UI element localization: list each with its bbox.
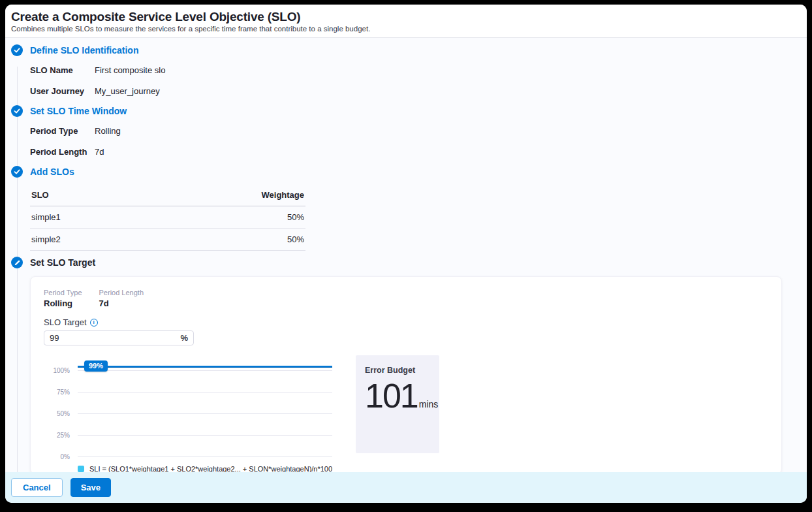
pencil-icon [11, 257, 23, 268]
y-axis-tick: 50% [44, 410, 70, 417]
error-budget-value-row: 101 mins [365, 379, 430, 413]
target-chart-zone: 100% 75% 50% 25% 0% [44, 360, 768, 458]
table-header-weightage: Weightage [144, 185, 305, 206]
table-cell-weightage: 50% [144, 206, 305, 229]
y-axis-tick: 75% [44, 389, 70, 396]
cancel-button[interactable]: Cancel [11, 478, 63, 497]
period-type-label: Period Type [44, 289, 82, 296]
error-budget-label: Error Budget [365, 366, 430, 375]
table-row: simple1 50% [30, 206, 305, 229]
sli-legend: SLI = (SLO1*weightage1 + SLO2*weightage2… [78, 465, 768, 472]
gridline-row: 0% [44, 453, 332, 460]
step-title: Define SLO Identification [30, 45, 138, 56]
slo-target-label: SLO Target [44, 317, 87, 327]
page-title: Create a Composite Service Level Objecti… [11, 10, 799, 24]
gridline [78, 456, 332, 457]
percent-suffix: % [180, 333, 188, 343]
y-axis-tick: 100% [44, 367, 70, 374]
step-header[interactable]: Add SLOs [30, 167, 799, 177]
field-user-journey: User Journey My_user_journey [30, 85, 799, 98]
slo-target-chart: 100% 75% 50% 25% 0% [44, 360, 332, 458]
check-circle-icon [11, 166, 23, 178]
step-header[interactable]: Set SLO Time Window [30, 106, 799, 116]
slo-weightage-table: SLO Weightage simple1 50% simple2 50% [30, 185, 305, 251]
gridline [78, 370, 332, 371]
check-circle-icon [11, 44, 23, 56]
gridline-row: 75% [44, 389, 332, 396]
info-icon[interactable]: i [90, 319, 98, 327]
field-label: SLO Name [30, 64, 95, 77]
field-label: User Journey [30, 85, 95, 98]
step-title: Set SLO Time Window [30, 106, 127, 116]
slo-target-input-wrap: % [44, 330, 194, 345]
y-axis-tick: 25% [44, 432, 70, 439]
period-summary: Period Type Rolling Period Length 7d [44, 289, 768, 308]
step-header[interactable]: Define SLO Identification [30, 45, 799, 56]
error-budget-unit: mins [419, 399, 439, 409]
target-slider-track[interactable]: 99% [78, 366, 332, 368]
field-period-type: Period Type Rolling [30, 125, 799, 138]
period-length-label: Period Length [99, 289, 144, 296]
save-button[interactable]: Save [70, 478, 111, 497]
period-type-value: Rolling [44, 298, 82, 308]
slo-target-label-row: SLO Target i [44, 317, 768, 327]
table-cell-slo: simple2 [30, 229, 144, 251]
step-title: Set SLO Target [30, 257, 95, 268]
app-window: Create a Composite Service Level Objecti… [5, 5, 807, 503]
gridline [78, 413, 332, 414]
slider-thumb-badge[interactable]: 99% [84, 360, 108, 372]
field-label: Period Length [30, 146, 95, 159]
error-budget-card: Error Budget 101 mins [356, 355, 439, 453]
step-title: Add SLOs [30, 167, 74, 177]
field-value: 7d [95, 146, 104, 159]
step-set-slo-target: Set SLO Target Period Type Rolling Perio… [11, 257, 799, 472]
slo-target-input[interactable] [50, 333, 180, 343]
gridline-row: 25% [44, 432, 332, 439]
legend-swatch-icon [78, 466, 84, 472]
gridline-row: 50% [44, 410, 332, 417]
field-value: First composite slo [95, 64, 165, 77]
step-add-slos: Add SLOs SLO Weightage simple1 50% simpl… [11, 167, 799, 251]
field-value: My_user_journey [95, 85, 160, 98]
check-circle-icon [11, 105, 23, 117]
step-header[interactable]: Set SLO Target [30, 257, 799, 268]
field-label: Period Type [30, 125, 95, 138]
period-length-block: Period Length 7d [99, 289, 144, 308]
page-subtitle: Combines multiple SLOs to measure the se… [11, 25, 799, 33]
legend-text: SLI = (SLO1*weightage1 + SLO2*weightage2… [89, 465, 332, 472]
step-define-slo-identification: Define SLO Identification SLO Name First… [11, 45, 799, 98]
table-header-slo: SLO [30, 185, 144, 206]
error-budget-value: 101 [365, 379, 418, 413]
field-value: Rolling [95, 125, 121, 138]
field-period-length: Period Length 7d [30, 146, 799, 159]
footer-action-bar: Cancel Save [5, 472, 807, 503]
gridline [78, 392, 332, 392]
slo-target-card: Period Type Rolling Period Length 7d SLO… [30, 276, 782, 472]
field-slo-name: SLO Name First composite slo [30, 64, 799, 77]
table-row: simple2 50% [30, 229, 305, 251]
wizard-content: Define SLO Identification SLO Name First… [5, 38, 807, 472]
period-length-value: 7d [99, 298, 144, 308]
table-cell-slo: simple1 [30, 206, 144, 229]
y-axis-tick: 0% [44, 453, 70, 460]
step-set-slo-time-window: Set SLO Time Window Period Type Rolling … [11, 106, 799, 159]
gridline [78, 435, 332, 436]
period-type-block: Period Type Rolling [44, 289, 82, 308]
table-cell-weightage: 50% [144, 229, 305, 251]
page-header: Create a Composite Service Level Objecti… [5, 5, 807, 38]
